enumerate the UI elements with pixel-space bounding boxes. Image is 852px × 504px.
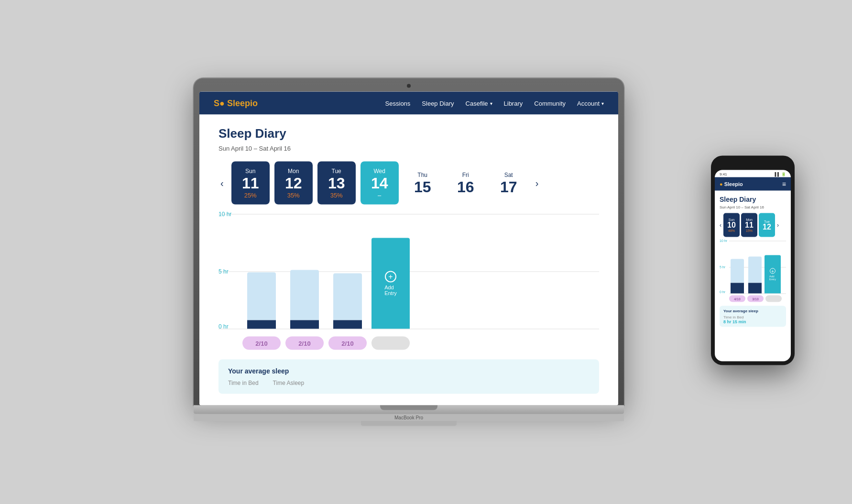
day-num-sun: 11: [242, 175, 259, 190]
phone-day-mon[interactable]: Mon 11 15%: [741, 213, 757, 237]
laptop-stand: [361, 421, 457, 426]
phone-prev-week[interactable]: ‹: [720, 222, 721, 229]
phone-chart-label-top: 10 hr: [720, 239, 727, 242]
day-pct-tue: 35%: [330, 191, 343, 198]
laptop-notch: [380, 405, 437, 410]
phone-page-title: Sleep Diary: [720, 196, 786, 203]
phone-chart: 10 hr 5 hr 0 hr: [720, 241, 786, 294]
avg-time-in-bed: Time in Bed: [228, 380, 259, 386]
day-name-wed: Wed: [373, 167, 385, 174]
avg-sleep-title: Your average sleep: [228, 367, 590, 375]
day-card-fri[interactable]: Fri 16: [447, 162, 485, 205]
grid-line-bot: [218, 329, 599, 329]
day-num-mon: 12: [285, 175, 302, 190]
day-name-sat: Sat: [504, 172, 513, 178]
bar-bed-sun: [247, 273, 276, 320]
phone-calendar-nav: ‹ Sun 10 48% Mon 11 15%: [720, 213, 786, 237]
chart-label-10hr: 10 hr: [218, 211, 231, 218]
day-card-sun[interactable]: Sun 11 25%: [231, 162, 270, 205]
nav-library[interactable]: Library: [504, 99, 523, 107]
phone-chart-label-bot: 0 hr: [720, 290, 725, 294]
laptop-screen: S● Sleepio Sessions Sleep Diary Casefile…: [199, 92, 618, 405]
phone-chart-label-mid: 5 hr: [720, 265, 725, 269]
laptop-camera: [407, 84, 411, 88]
laptop: S● Sleepio Sessions Sleep Diary Casefile…: [194, 78, 624, 426]
day-dash-wed: –: [378, 191, 381, 198]
nav-casefile[interactable]: Casefile▾: [466, 99, 492, 107]
phone-avg-title: Your average sleep: [723, 309, 782, 313]
bar-bed-mon: [290, 270, 319, 320]
bar-sleep-mon: [290, 320, 319, 329]
day-num-tue: 13: [328, 175, 345, 190]
phone-nav-logo: ● Sleepio: [720, 181, 782, 187]
chart-label-5hr: 5 hr: [218, 268, 229, 275]
phone-add-plus-icon: +: [770, 268, 776, 274]
nav-sleep-diary[interactable]: Sleep Diary: [422, 99, 454, 107]
phone-menu-icon[interactable]: ≡: [782, 180, 786, 188]
phone-bar-tue: + AddEntry: [765, 255, 781, 294]
phone-status-bar: 9:41 ▌▌ 🔋: [715, 170, 791, 177]
day-card-sat[interactable]: Sat 17: [490, 162, 528, 205]
phone-next-week[interactable]: ›: [777, 222, 779, 229]
phone-mood-sun[interactable]: 4/10: [729, 296, 745, 302]
avg-sleep-section: Your average sleep Time in Bed Time Asle…: [218, 360, 599, 394]
laptop-model-label: MacBook Pro: [194, 414, 624, 421]
phone-mood-tue[interactable]: [765, 296, 782, 302]
bar-sun: [242, 214, 281, 329]
phone-bar-mon: [747, 257, 763, 294]
phone-mood-row: 4/10 3/10: [720, 296, 786, 302]
avg-sleep-row: Time in Bed Time Asleep: [228, 380, 590, 386]
phone-avg-bed-val: 8 hr 15 min: [723, 319, 782, 324]
page-title: Sleep Diary: [218, 126, 599, 141]
bar-wrapper-tue: [328, 274, 367, 329]
day-name-mon: Mon: [288, 167, 299, 174]
calendar-nav: ‹ Sun 11 25% Mon 12: [218, 162, 599, 205]
phone-day-num-sun: 10: [727, 221, 736, 229]
avg-time-in-bed-label: Time in Bed: [228, 380, 259, 386]
bar-sleep-tue: [333, 320, 362, 329]
scene: S● Sleepio Sessions Sleep Diary Casefile…: [0, 0, 852, 504]
day-card-tue[interactable]: Tue 13 35%: [317, 162, 356, 205]
phone-date-range: Sun April 10 – Sat April 16: [720, 205, 786, 209]
nav-sessions[interactable]: Sessions: [385, 99, 411, 107]
navbar: S● Sleepio Sessions Sleep Diary Casefile…: [199, 92, 618, 115]
mood-badge-mon[interactable]: 2/10: [285, 337, 324, 350]
day-card-mon[interactable]: Mon 12 35%: [274, 162, 313, 205]
phone-frame: 9:41 ▌▌ 🔋 ● Sleepio ≡ Sleep Diary Sun Ap…: [711, 156, 795, 365]
nav-account[interactable]: Account▾: [577, 99, 604, 107]
phone-grid-bot: [729, 294, 786, 294]
prev-week-button[interactable]: ‹: [218, 177, 226, 188]
day-card-wed[interactable]: Wed 14 –: [360, 162, 399, 205]
phone-avg-sleep: Your average sleep Time in Bed 8 hr 15 m…: [720, 306, 786, 327]
add-entry-plus-icon: +: [385, 271, 396, 283]
add-entry-label: AddEntry: [384, 285, 397, 296]
phone-bar-bed-mon: [748, 257, 762, 283]
bar-wrapper-mon: [285, 270, 324, 329]
phone-day-tue[interactable]: Tue 12: [759, 213, 775, 237]
day-num-thu: 15: [414, 179, 431, 195]
phone-bar-bed-sun: [731, 259, 744, 283]
day-pct-sun: 25%: [244, 191, 257, 198]
nav-community[interactable]: Community: [534, 99, 566, 107]
bar-sleep-sun: [247, 320, 276, 329]
phone-day-sun[interactable]: Sun 10 48%: [723, 213, 740, 237]
mood-badge-tue[interactable]: 2/10: [328, 337, 367, 350]
avg-time-asleep: Time Asleep: [273, 380, 305, 386]
nav-logo: S● Sleepio: [214, 98, 258, 108]
mood-badge-wed[interactable]: [371, 337, 410, 350]
phone-day-num-tue: 12: [763, 223, 771, 230]
phone-add-entry-button[interactable]: + AddEntry: [765, 255, 781, 294]
next-week-button[interactable]: ›: [534, 177, 541, 188]
day-card-thu[interactable]: Thu 15: [404, 162, 442, 205]
bar-bed-tue: [333, 274, 362, 320]
phone-mood-mon[interactable]: 3/10: [747, 296, 764, 302]
phone-add-label: AddEntry: [769, 275, 776, 281]
add-entry-button[interactable]: + AddEntry: [371, 238, 410, 329]
phone-bar-sun: [729, 259, 745, 294]
day-num-sat: 17: [500, 179, 517, 195]
chart-label-0hr: 0 hr: [218, 323, 229, 330]
mood-badge-sun[interactable]: 2/10: [242, 337, 281, 350]
phone-nav: ● Sleepio ≡: [715, 177, 791, 191]
date-range: Sun April 10 – Sat April 16: [218, 145, 599, 152]
day-pct-mon: 35%: [287, 191, 300, 198]
